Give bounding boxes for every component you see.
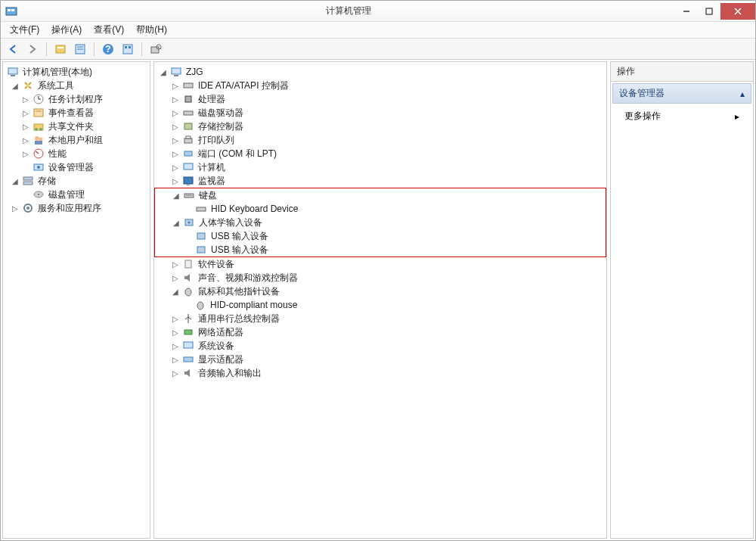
tree-performance[interactable]: ▷ 性能 — [3, 147, 150, 160]
expand-icon[interactable]: ▷ — [171, 109, 180, 117]
expand-icon[interactable]: ▷ — [171, 163, 180, 172]
device-system[interactable]: ▷系统设备 — [154, 339, 606, 353]
device-cpu[interactable]: ▷处理器 — [154, 92, 606, 106]
svg-point-42 — [26, 207, 29, 210]
action-more[interactable]: 更多操作 ▸ — [611, 105, 753, 127]
device-hid-keyboard[interactable]: HID Keyboard Device — [155, 202, 606, 216]
toolbar-separator — [94, 42, 94, 56]
svg-point-59 — [188, 222, 191, 224]
expand-icon[interactable]: ▷ — [171, 328, 180, 337]
device-root[interactable]: ◢ ZJG — [154, 65, 606, 79]
menu-view[interactable]: 查看(V) — [88, 22, 130, 38]
app-icon — [5, 5, 17, 17]
expand-icon[interactable]: ▷ — [171, 136, 180, 145]
tree-root-computer-management[interactable]: 计算机管理(本地) — [3, 65, 150, 79]
device-computer[interactable]: ▷计算机 — [154, 160, 606, 174]
expand-icon[interactable]: ▷ — [21, 136, 30, 145]
audio-icon — [182, 367, 194, 379]
collapse-icon[interactable]: ◢ — [159, 68, 168, 76]
expand-icon[interactable]: ▷ — [21, 150, 30, 158]
menu-bar: 文件(F) 操作(A) 查看(V) 帮助(H) — [1, 22, 755, 39]
show-hide-tree-button[interactable] — [51, 41, 70, 58]
toolbar-separator — [46, 42, 47, 56]
collapse-icon[interactable]: ◢ — [11, 82, 20, 90]
storage-icon — [22, 175, 34, 187]
device-display[interactable]: ▷显示适配器 — [154, 353, 606, 366]
svg-rect-8 — [57, 47, 64, 48]
expand-icon[interactable]: ▷ — [171, 274, 180, 282]
expand-icon[interactable]: ▷ — [171, 369, 180, 378]
tree-services[interactable]: ▷ 服务和应用程序 — [3, 201, 150, 215]
device-printers[interactable]: ▷打印队列 — [154, 133, 606, 147]
tree-storage[interactable]: ◢ 存储 — [3, 174, 150, 188]
expand-icon[interactable]: ▷ — [21, 123, 30, 131]
device-usb-input-2[interactable]: USB 输入设备 — [155, 243, 606, 257]
tree-event-viewer[interactable]: ▷ 事件查看器 — [3, 106, 150, 120]
tree-local-users[interactable]: ▷ 本地用户和组 — [3, 133, 150, 147]
svg-rect-21 — [11, 75, 15, 76]
device-storage-ctrl[interactable]: ▷存储控制器 — [154, 120, 606, 133]
ide-icon — [182, 79, 194, 92]
expand-icon[interactable]: ▷ — [171, 177, 180, 185]
menu-file[interactable]: 文件(F) — [4, 22, 45, 38]
cpu-icon — [182, 93, 194, 105]
nav-forward-button[interactable] — [23, 41, 42, 58]
collapse-icon[interactable]: ◢ — [11, 177, 20, 185]
expand-icon[interactable]: ▷ — [171, 315, 180, 323]
tree-disk-management[interactable]: 磁盘管理 — [3, 188, 150, 201]
device-mouse[interactable]: ◢鼠标和其他指针设备 — [154, 284, 606, 298]
svg-rect-67 — [184, 357, 193, 362]
expand-icon[interactable]: ▷ — [171, 95, 180, 104]
scan-hardware-button[interactable] — [147, 41, 165, 58]
svg-rect-66 — [184, 342, 193, 348]
view-mode-button[interactable] — [119, 41, 137, 58]
collapse-icon[interactable]: ◢ — [172, 219, 181, 227]
expand-icon[interactable]: ▷ — [11, 204, 20, 213]
tree-shared-folders[interactable]: ▷ 共享文件夹 — [3, 120, 150, 133]
device-monitor[interactable]: ▷监视器 — [154, 174, 606, 188]
maximize-button[interactable] — [698, 3, 720, 20]
minimize-button[interactable] — [675, 3, 698, 20]
collapse-icon[interactable]: ◢ — [171, 288, 180, 296]
expand-icon[interactable]: ▷ — [171, 260, 180, 269]
device-ide[interactable]: ▷IDE ATA/ATAPI 控制器 — [154, 79, 606, 92]
device-hid[interactable]: ◢人体学输入设备 — [155, 216, 606, 229]
svg-rect-2 — [11, 9, 14, 11]
menu-help[interactable]: 帮助(H) — [130, 22, 173, 38]
device-keyboard[interactable]: ◢键盘 — [155, 188, 606, 202]
device-usb-input-1[interactable]: USB 输入设备 — [155, 229, 606, 243]
device-software[interactable]: ▷软件设备 — [154, 257, 606, 271]
device-ports[interactable]: ▷端口 (COM 和 LPT) — [154, 147, 606, 160]
tree-system-tools[interactable]: ◢ 系统工具 — [3, 79, 150, 92]
help-button[interactable]: ? — [99, 41, 117, 58]
device-network[interactable]: ▷网络适配器 — [154, 325, 606, 339]
svg-rect-54 — [187, 185, 190, 185]
expand-icon[interactable]: ▷ — [21, 95, 30, 104]
device-disk-drives[interactable]: ▷磁盘驱动器 — [154, 106, 606, 120]
menu-action[interactable]: 操作(A) — [45, 22, 88, 38]
properties-button[interactable] — [71, 41, 89, 58]
system-icon — [182, 340, 194, 352]
expand-icon[interactable]: ▷ — [171, 356, 180, 364]
svg-rect-37 — [23, 177, 33, 180]
close-button[interactable] — [720, 3, 755, 20]
expand-icon[interactable]: ▷ — [171, 123, 180, 131]
expand-icon[interactable]: ▷ — [21, 109, 30, 117]
device-audio[interactable]: ▷音频输入和输出 — [154, 366, 606, 380]
expand-icon[interactable]: ▷ — [171, 82, 180, 90]
device-sound[interactable]: ▷声音、视频和游戏控制器 — [154, 271, 606, 284]
keyboard-icon — [195, 203, 207, 215]
actions-section-header[interactable]: 设备管理器 ▴ — [612, 83, 751, 104]
device-hid-mouse[interactable]: HID-compliant mouse — [154, 298, 606, 312]
nav-back-button[interactable] — [4, 41, 22, 58]
tree-task-scheduler[interactable]: ▷ 任务计划程序 — [3, 92, 150, 106]
actions-header: 操作 — [610, 61, 754, 81]
svg-rect-15 — [125, 46, 127, 48]
device-usb-ctrl[interactable]: ▷通用串行总线控制器 — [154, 312, 606, 325]
expand-icon[interactable]: ▷ — [171, 342, 180, 350]
collapse-icon[interactable]: ◢ — [172, 191, 181, 200]
services-icon — [22, 202, 34, 214]
tree-device-manager[interactable]: 设备管理器 — [3, 160, 150, 174]
svg-rect-62 — [185, 260, 191, 268]
expand-icon[interactable]: ▷ — [171, 150, 180, 158]
